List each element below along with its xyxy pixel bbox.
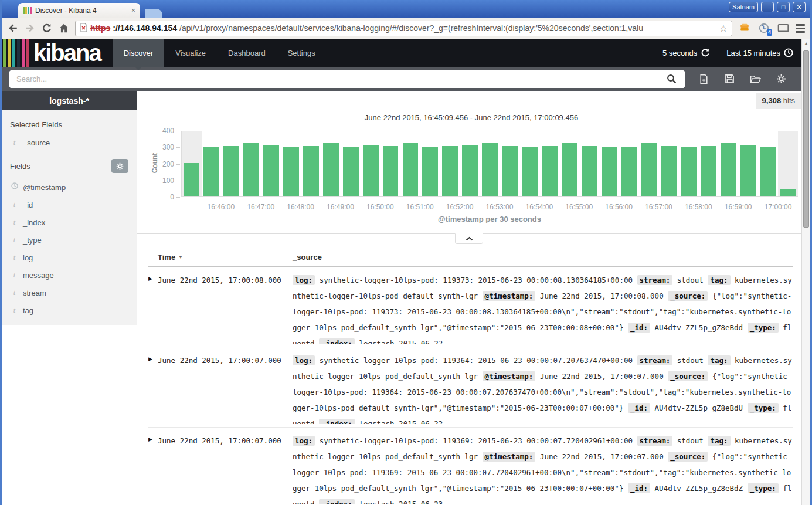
histogram-bar[interactable]	[679, 131, 699, 196]
source-field-badge: @timestamp:	[483, 291, 536, 301]
histogram-bar[interactable]	[519, 131, 539, 196]
histogram-bar[interactable]	[420, 131, 440, 196]
nav-tab-settings[interactable]: Settings	[277, 39, 327, 67]
cast-icon[interactable]	[776, 22, 790, 35]
histogram-bar[interactable]	[659, 131, 679, 196]
bar	[323, 143, 339, 196]
histogram-bar[interactable]	[321, 131, 341, 196]
histogram-bar[interactable]	[758, 131, 778, 196]
page-scrollbar[interactable]: ▲	[801, 39, 810, 505]
source-field-badge: log:	[293, 355, 315, 365]
maximize-button[interactable]: □	[777, 2, 790, 12]
time-column-header[interactable]: Time▼	[158, 253, 293, 262]
histogram-bar[interactable]	[440, 131, 460, 196]
menu-icon[interactable]	[796, 24, 805, 33]
bar	[303, 146, 319, 196]
bar	[681, 147, 697, 196]
field-panel: logstash-* Selected Fields t_source Fiel…	[2, 91, 137, 325]
histogram-plot	[181, 131, 798, 197]
field-settings-button[interactable]	[111, 159, 128, 173]
tab-close-icon[interactable]: ×	[131, 7, 135, 14]
kibana-brand[interactable]: kibana	[2, 39, 101, 67]
open-search-button[interactable]	[742, 70, 768, 88]
row-source: log: synthetic-logger-10lps-pod: 119364:…	[283, 353, 793, 424]
x-tick-label: 16:52:00	[446, 203, 474, 211]
search-button[interactable]	[658, 70, 685, 88]
index-pattern-header[interactable]: logstash-*	[2, 91, 137, 110]
histogram-bar[interactable]	[480, 131, 500, 196]
field-item-log[interactable]: tlog	[10, 249, 128, 266]
histogram-bar[interactable]	[182, 131, 202, 196]
insecure-page-icon	[80, 23, 88, 34]
field-item-tag[interactable]: ttag	[10, 301, 128, 319]
histogram-bar[interactable]	[460, 131, 480, 196]
forward-icon[interactable]	[24, 22, 36, 34]
y-tick-label: 300	[162, 143, 174, 151]
back-icon[interactable]	[7, 22, 19, 34]
extension-phone-icon[interactable]: 4	[757, 22, 771, 35]
bookmark-star-icon[interactable]: ☆	[719, 23, 728, 34]
home-icon[interactable]	[58, 22, 70, 34]
histogram-bar[interactable]	[778, 131, 798, 196]
bar	[602, 147, 617, 196]
nav-tab-visualize[interactable]: Visualize	[164, 39, 217, 67]
expand-caret-icon[interactable]: ▶	[148, 353, 158, 427]
search-input[interactable]	[9, 70, 658, 88]
save-search-button[interactable]	[716, 70, 742, 88]
histogram-bar[interactable]	[639, 131, 659, 196]
nav-tab-discover[interactable]: Discover	[113, 39, 165, 67]
bar	[184, 163, 200, 196]
chevron-up-icon	[466, 236, 473, 241]
field-item-@timestamp[interactable]: @timestamp	[10, 178, 128, 196]
discover-content: logstash-* Selected Fields t_source Fiel…	[2, 91, 801, 505]
histogram-bar[interactable]	[380, 131, 400, 196]
field-item-_source[interactable]: t_source	[10, 134, 128, 151]
histogram-bar[interactable]	[281, 131, 301, 196]
histogram-bar[interactable]	[222, 131, 242, 196]
histogram-bar[interactable]	[718, 131, 738, 196]
histogram-bar[interactable]	[301, 131, 321, 196]
field-item-_type[interactable]: t_type	[10, 231, 128, 249]
extension-notes-icon[interactable]	[738, 22, 752, 35]
new-tab-button[interactable]	[145, 9, 162, 18]
histogram-bar[interactable]	[599, 131, 619, 196]
histogram-bar[interactable]	[619, 131, 639, 196]
expand-caret-icon[interactable]: ▶	[148, 433, 158, 505]
user-badge[interactable]: Satnam	[729, 2, 758, 12]
histogram-bar[interactable]	[242, 131, 261, 196]
refresh-interval-picker[interactable]: 5 seconds	[662, 48, 710, 57]
histogram-bar[interactable]	[738, 131, 758, 196]
histogram-bar[interactable]	[361, 131, 380, 196]
histogram-bar[interactable]	[500, 131, 520, 196]
expand-caret-icon[interactable]: ▶	[148, 272, 158, 347]
histogram-bar[interactable]	[400, 131, 420, 196]
collapse-chart-button[interactable]	[455, 233, 483, 244]
scrollbar-up-icon[interactable]: ▲	[802, 39, 810, 48]
close-button[interactable]: ✕	[793, 2, 806, 12]
field-item-_index[interactable]: t_index	[10, 213, 128, 231]
source-field-badge: _source:	[668, 291, 708, 301]
y-tick-label: 400	[162, 127, 174, 135]
histogram-bar[interactable]	[579, 131, 599, 196]
reload-icon[interactable]	[41, 22, 53, 34]
time-range-picker[interactable]: Last 15 minutes	[726, 48, 793, 57]
histogram-bar[interactable]	[202, 131, 222, 196]
minimize-button[interactable]: –	[761, 2, 774, 12]
scrollbar-thumb[interactable]	[803, 50, 809, 228]
field-item-message[interactable]: tmessage	[10, 266, 128, 284]
histogram-bar[interactable]	[559, 131, 579, 196]
source-field-badge: stream:	[637, 436, 673, 446]
nav-tab-dashboard[interactable]: Dashboard	[217, 39, 277, 67]
text-field-icon: t	[11, 270, 18, 280]
field-name: _type	[23, 236, 42, 245]
field-item-_id[interactable]: t_id	[10, 196, 128, 213]
histogram-bar[interactable]	[261, 131, 281, 196]
histogram-bar[interactable]	[539, 131, 559, 196]
histogram-bar[interactable]	[341, 131, 361, 196]
histogram-bar[interactable]	[699, 131, 719, 196]
url-bar[interactable]: https://146.148.94.154/api/v1/proxy/name…	[75, 21, 732, 36]
browser-tab[interactable]: Discover - Kibana 4 ×	[18, 3, 140, 18]
settings-button[interactable]	[768, 70, 794, 88]
new-search-button[interactable]	[691, 70, 716, 88]
field-item-stream[interactable]: tstream	[10, 284, 128, 301]
